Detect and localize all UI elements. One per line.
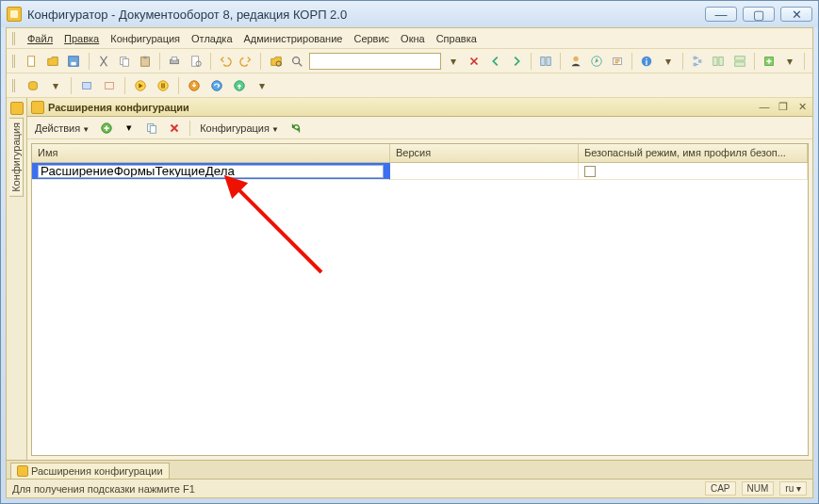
svg-rect-23 xyxy=(713,57,717,65)
window-title: Конфигуратор - Документооборот 8, редакц… xyxy=(27,8,347,22)
status-hint: Для получения подсказки нажмите F1 xyxy=(12,483,195,495)
svg-rect-13 xyxy=(541,57,545,65)
menu-config[interactable]: Конфигурация xyxy=(106,32,184,45)
sidetab-config[interactable]: Конфигурация xyxy=(9,118,24,197)
structure3-icon[interactable] xyxy=(730,52,747,71)
menubar: Файл Правка Конфигурация Отладка Админис… xyxy=(7,28,812,49)
print-icon[interactable] xyxy=(166,52,183,71)
svg-point-15 xyxy=(573,56,578,60)
app-icon xyxy=(7,7,22,22)
svg-point-12 xyxy=(292,57,299,63)
svg-rect-8 xyxy=(172,57,177,60)
svg-rect-20 xyxy=(694,56,697,59)
debug-toolbar: ▾ ▾ xyxy=(7,73,812,98)
prev-result-icon[interactable] xyxy=(487,52,504,71)
svg-rect-2 xyxy=(72,61,76,65)
syntax-icon[interactable] xyxy=(609,52,626,71)
next-result-icon[interactable] xyxy=(508,52,525,71)
db-dropdown-icon[interactable]: ▾ xyxy=(46,76,65,95)
save-icon[interactable] xyxy=(65,52,82,71)
cut-icon[interactable] xyxy=(94,52,111,71)
mode2-icon[interactable] xyxy=(100,76,119,95)
main-toolbar: ▾ i ▾ ▾ xyxy=(7,49,812,73)
cell-name[interactable] xyxy=(32,163,390,180)
step-dropdown-icon[interactable]: ▾ xyxy=(253,76,271,95)
redo-icon[interactable] xyxy=(238,52,254,71)
col-safe[interactable]: Безопасный режим, имя профиля безоп... xyxy=(579,144,808,162)
undo-icon[interactable] xyxy=(217,52,234,71)
help-dropdown-icon[interactable]: ▾ xyxy=(660,52,677,71)
svg-rect-34 xyxy=(163,83,164,88)
delete-icon[interactable] xyxy=(165,119,184,138)
close-button[interactable]: ✕ xyxy=(780,7,812,22)
window-body: Файл Правка Конфигурация Отладка Админис… xyxy=(6,27,813,498)
panel-minimize-icon[interactable]: — xyxy=(758,102,771,113)
app-window: Конфигуратор - Документооборот 8, редакц… xyxy=(0,0,819,504)
compare-icon[interactable] xyxy=(537,52,554,71)
mode1-icon[interactable] xyxy=(77,76,96,95)
panel-actions-menu[interactable]: Действия▼ xyxy=(31,122,93,135)
panel-toolbar: Действия▼ ▾ Конфигурация▼ xyxy=(27,117,812,139)
panel-title: Расширения конфигурации xyxy=(48,102,189,113)
menu-service[interactable]: Сервис xyxy=(350,32,393,45)
titlebar: Конфигуратор - Документооборот 8, редакц… xyxy=(1,1,818,27)
refresh-icon[interactable] xyxy=(287,119,305,138)
user-icon[interactable] xyxy=(566,52,583,71)
svg-rect-33 xyxy=(161,83,162,88)
col-version[interactable]: Версия xyxy=(390,144,579,162)
svg-rect-24 xyxy=(719,57,723,65)
copy-row-icon[interactable] xyxy=(142,119,161,138)
name-editor[interactable] xyxy=(38,165,384,178)
structure1-icon[interactable] xyxy=(689,52,706,71)
add-dropdown-icon[interactable]: ▾ xyxy=(120,119,139,138)
structure2-icon[interactable] xyxy=(710,52,727,71)
menu-windows[interactable]: Окна xyxy=(397,32,429,45)
menu-help[interactable]: Справка xyxy=(433,32,481,45)
preview-icon[interactable] xyxy=(188,52,205,71)
panel-restore-icon[interactable]: ❐ xyxy=(777,102,790,113)
svg-rect-26 xyxy=(734,61,745,65)
cell-version[interactable] xyxy=(390,163,579,180)
find-folder-icon[interactable] xyxy=(267,52,284,71)
status-num: NUM xyxy=(742,481,775,496)
step-into-icon[interactable] xyxy=(185,76,204,95)
menu-admin[interactable]: Администрирование xyxy=(240,32,347,45)
col-name[interactable]: Имя xyxy=(32,144,390,162)
svg-rect-6 xyxy=(144,56,148,58)
help-icon[interactable]: i xyxy=(638,52,655,71)
safe-checkbox[interactable] xyxy=(584,166,596,177)
nav-icon[interactable] xyxy=(588,52,605,71)
step-over-icon[interactable] xyxy=(207,76,226,95)
panel-config-menu[interactable]: Конфигурация▼ xyxy=(196,122,283,135)
panel-close-icon[interactable]: ✕ xyxy=(795,102,809,113)
db-update-icon[interactable] xyxy=(24,76,42,95)
svg-rect-22 xyxy=(698,59,702,63)
pause-icon[interactable] xyxy=(154,76,172,95)
commit-icon[interactable] xyxy=(761,52,778,71)
svg-rect-40 xyxy=(150,125,156,133)
grid-body[interactable] xyxy=(32,163,808,455)
clear-search-icon[interactable] xyxy=(466,52,483,71)
commit-dropdown-icon[interactable]: ▾ xyxy=(781,52,798,71)
content-row: Конфигурация Расширения конфигурации — ❐… xyxy=(7,98,812,460)
status-lang[interactable]: ru ▾ xyxy=(779,481,807,496)
run-icon[interactable] xyxy=(131,76,150,95)
bottom-tab-extensions[interactable]: Расширения конфигурации xyxy=(10,463,170,479)
menu-debug[interactable]: Отладка xyxy=(188,32,236,45)
minimize-button[interactable]: — xyxy=(705,7,737,22)
cell-safe[interactable] xyxy=(579,163,808,180)
find-icon[interactable] xyxy=(288,52,305,71)
table-row[interactable] xyxy=(32,163,808,180)
maximize-button[interactable]: ▢ xyxy=(743,7,775,22)
search-input[interactable] xyxy=(309,53,441,70)
menu-file[interactable]: Файл xyxy=(24,32,57,45)
copy-icon[interactable] xyxy=(116,52,133,71)
paste-icon[interactable] xyxy=(137,52,154,71)
open-icon[interactable] xyxy=(44,52,61,71)
search-dropdown-icon[interactable]: ▾ xyxy=(445,52,462,71)
menu-edit[interactable]: Правка xyxy=(60,32,103,45)
new-icon[interactable] xyxy=(24,52,41,71)
add-icon[interactable] xyxy=(97,119,116,138)
toolbar2-grip-icon xyxy=(12,79,16,92)
step-out-icon[interactable] xyxy=(230,76,249,95)
